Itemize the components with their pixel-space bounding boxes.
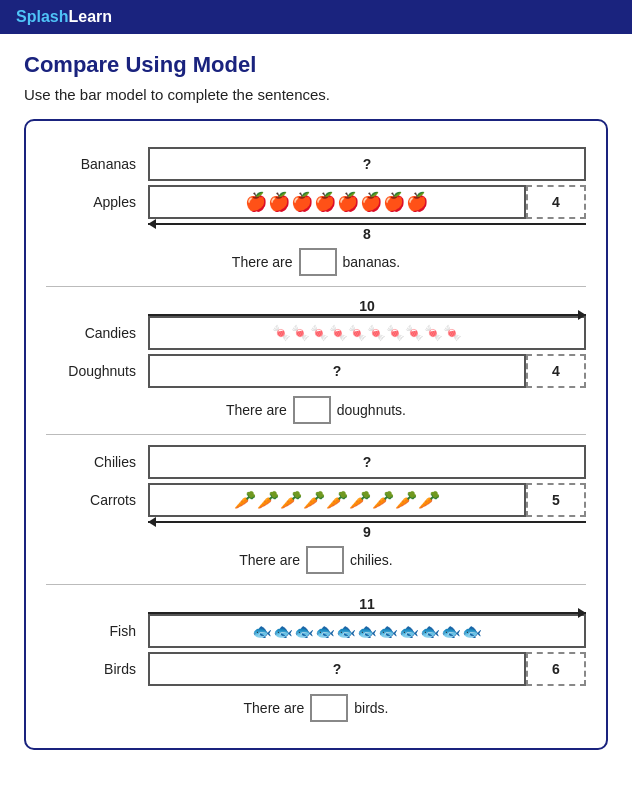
answer-row-chilies: There are chilies. — [46, 546, 586, 574]
arrow-shaft-9 — [148, 521, 586, 523]
row-chilies: Chilies ? — [46, 445, 586, 479]
answer-box-chilies[interactable] — [306, 546, 344, 574]
arrow-left-9 — [148, 517, 156, 527]
answer-box-birds[interactable] — [310, 694, 348, 722]
answer-row-birds: There are birds. — [46, 694, 586, 722]
answer-suffix-doughnuts: doughnuts. — [337, 402, 406, 418]
row-birds: Birds ? 6 — [46, 652, 586, 686]
label-chilies: Chilies — [46, 454, 136, 470]
arrow-num-11: 11 — [148, 596, 586, 612]
answer-box-bananas[interactable] — [299, 248, 337, 276]
bar-birds-question: ? — [148, 652, 526, 686]
bar-apples-dashed: 4 — [526, 185, 586, 219]
label-bananas: Bananas — [46, 156, 136, 172]
bar-doughnuts-dashed: 4 — [526, 354, 586, 388]
bar-carrots-dashed: 5 — [526, 483, 586, 517]
label-fish: Fish — [46, 623, 136, 639]
section-bananas-apples: Bananas ? Apples 🍎🍎🍎🍎🍎🍎🍎🍎 4 — [46, 137, 586, 287]
row-doughnuts: Doughnuts ? 4 — [46, 354, 586, 388]
section-chilies-carrots: Chilies ? Carrots 🥕🥕🥕🥕🥕🥕🥕🥕🥕 5 — [46, 435, 586, 585]
logo: SplashLearn — [16, 8, 112, 26]
bar-carrots-emoji: 🥕🥕🥕🥕🥕🥕🥕🥕🥕 — [148, 483, 526, 517]
row-candies: Candies 🍬🍬🍬🍬🍬🍬🍬🍬🍬🍬 — [46, 316, 586, 350]
arrow-left-8 — [148, 219, 156, 229]
label-candies: Candies — [46, 325, 136, 341]
bar-birds-dashed: 6 — [526, 652, 586, 686]
arrow-num-9: 9 — [148, 524, 586, 540]
label-doughnuts: Doughnuts — [46, 363, 136, 379]
label-carrots: Carrots — [46, 492, 136, 508]
row-bananas: Bananas ? — [46, 147, 586, 181]
page: SplashLearn Compare Using Model Use the … — [0, 0, 632, 812]
card: Bananas ? Apples 🍎🍎🍎🍎🍎🍎🍎🍎 4 — [24, 119, 608, 750]
arrow-num-8: 8 — [148, 226, 586, 242]
arrow-num-10: 10 — [148, 298, 586, 314]
arrow-wrap-8: 8 — [148, 223, 586, 242]
answer-box-doughnuts[interactable] — [293, 396, 331, 424]
answer-prefix-doughnuts: There are — [226, 402, 287, 418]
arrow-wrap-10-top: 10 — [148, 298, 586, 316]
answer-suffix-chilies: chilies. — [350, 552, 393, 568]
arrow-shaft-10 — [148, 314, 586, 316]
arrow-wrap-9: 9 — [148, 521, 586, 540]
page-title: Compare Using Model — [24, 52, 608, 78]
answer-prefix-birds: There are — [244, 700, 305, 716]
bar-chilies-question: ? — [148, 445, 586, 479]
arrow-right-10 — [578, 310, 586, 320]
bar-doughnuts-question: ? — [148, 354, 526, 388]
label-apples: Apples — [46, 194, 136, 210]
answer-suffix-bananas: bananas. — [343, 254, 401, 270]
bar-bananas-question: ? — [148, 147, 586, 181]
answer-prefix-bananas: There are — [232, 254, 293, 270]
row-apples: Apples 🍎🍎🍎🍎🍎🍎🍎🍎 4 — [46, 185, 586, 219]
arrow-wrap-11-top: 11 — [148, 596, 586, 614]
answer-suffix-birds: birds. — [354, 700, 388, 716]
answer-row-doughnuts: There are doughnuts. — [46, 396, 586, 424]
row-fish: Fish 🐟🐟🐟🐟🐟🐟🐟🐟🐟🐟🐟 — [46, 614, 586, 648]
section-candies-doughnuts: 10 Candies 🍬🍬🍬🍬🍬🍬🍬🍬🍬🍬 — [46, 287, 586, 435]
arrow-right-11 — [578, 608, 586, 618]
logo-learn: Learn — [68, 8, 112, 25]
section-fish-birds: 11 Fish 🐟🐟🐟🐟🐟🐟🐟🐟🐟🐟🐟 — [46, 585, 586, 732]
arrow-shaft-11 — [148, 612, 586, 614]
arrow-shaft-8 — [148, 223, 586, 225]
label-birds: Birds — [46, 661, 136, 677]
bar-candies-emoji: 🍬🍬🍬🍬🍬🍬🍬🍬🍬🍬 — [148, 316, 586, 350]
row-carrots: Carrots 🥕🥕🥕🥕🥕🥕🥕🥕🥕 5 — [46, 483, 586, 517]
logo-splash: Splash — [16, 8, 68, 25]
header: SplashLearn — [0, 0, 632, 34]
answer-row-bananas: There are bananas. — [46, 248, 586, 276]
answer-prefix-chilies: There are — [239, 552, 300, 568]
bar-fish-emoji: 🐟🐟🐟🐟🐟🐟🐟🐟🐟🐟🐟 — [148, 614, 586, 648]
subtitle: Use the bar model to complete the senten… — [24, 86, 608, 103]
bar-apples-emoji: 🍎🍎🍎🍎🍎🍎🍎🍎 — [148, 185, 526, 219]
content: Compare Using Model Use the bar model to… — [0, 34, 632, 774]
